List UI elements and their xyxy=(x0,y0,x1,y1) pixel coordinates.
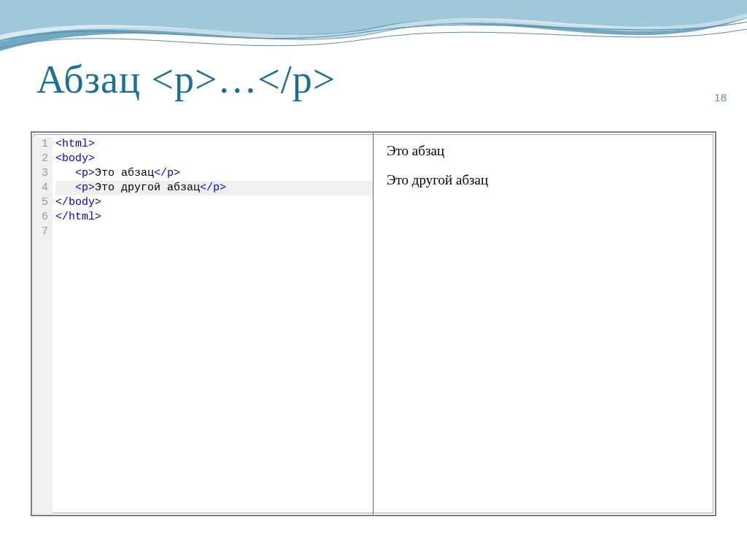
code-listing: <html><body> <p>Это абзац</p> <p>Это дру… xyxy=(53,137,373,515)
page-number: 18 xyxy=(714,91,727,104)
line-number: 5 xyxy=(35,195,48,210)
code-pane: 1234567 <html><body> <p>Это абзац</p> <p… xyxy=(32,133,374,515)
code-line: </html> xyxy=(55,210,373,225)
line-number: 4 xyxy=(35,181,48,195)
slide-title: Абзац <p>…</p> xyxy=(0,0,747,111)
line-number: 2 xyxy=(35,152,48,166)
preview-paragraph-2: Это другой абзац xyxy=(387,172,702,188)
code-line: </body> xyxy=(55,195,373,210)
code-line: <html> xyxy=(55,137,373,152)
code-line xyxy=(55,225,373,239)
line-number-gutter: 1234567 xyxy=(32,137,53,515)
preview-paragraph-1: Это абзац xyxy=(387,143,702,159)
line-number: 7 xyxy=(35,225,48,239)
line-number: 3 xyxy=(35,166,48,181)
code-line: <body> xyxy=(55,152,373,166)
line-number: 1 xyxy=(35,137,48,152)
code-line: <p>Это абзац</p> xyxy=(55,166,373,181)
preview-pane: Это абзац Это другой абзац xyxy=(374,133,715,515)
slide: Абзац <p>…</p> 1234567 <html><body> <p>Э… xyxy=(0,0,747,111)
example-box: 1234567 <html><body> <p>Это абзац</p> <p… xyxy=(31,131,716,516)
code-line: <p>Это другой абзац</p> xyxy=(55,181,373,195)
line-number: 6 xyxy=(35,210,48,225)
